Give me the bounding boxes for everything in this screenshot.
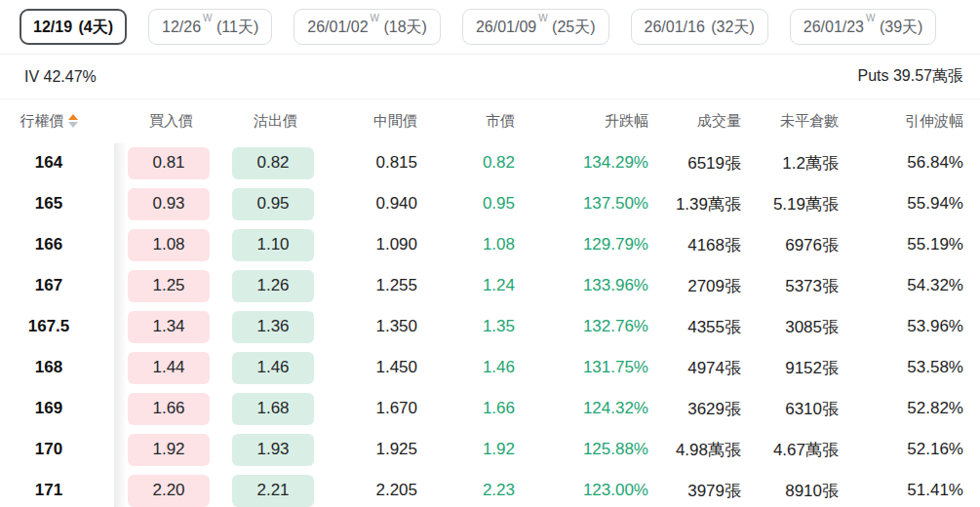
strike-value: 164 xyxy=(0,153,98,173)
volume-value: 1.39萬張 xyxy=(648,193,741,215)
strike-header[interactable]: 行權價 xyxy=(0,112,98,131)
iv-summary: IV 42.47% xyxy=(24,68,97,86)
volume-value: 4168張 xyxy=(648,234,741,256)
ask-price-button[interactable]: 0.82 xyxy=(232,147,314,179)
tab-date: 26/01/16 xyxy=(645,19,705,35)
implied-vol-value: 56.84% xyxy=(839,153,963,173)
last-price: 1.35 xyxy=(417,317,515,336)
last-price: 2.23 xyxy=(417,481,515,500)
last-price: 1.24 xyxy=(417,276,515,295)
ask-price-button[interactable]: 2.21 xyxy=(232,475,314,507)
ask-price-button[interactable]: 1.26 xyxy=(232,270,314,302)
volume-value: 6519張 xyxy=(648,152,741,175)
bid-price-button[interactable]: 1.08 xyxy=(128,229,210,261)
strike-value: 171 xyxy=(0,481,98,500)
open-interest-header: 未平倉數 xyxy=(741,112,839,131)
volume-value: 4974張 xyxy=(648,357,741,379)
sort-down-arrow-icon xyxy=(68,122,78,128)
last-price: 0.95 xyxy=(417,194,515,214)
tab-days: (32天) xyxy=(707,19,755,35)
expiry-tab-12-19[interactable]: 12/19 (4天) xyxy=(20,9,127,46)
volume-value: 4355張 xyxy=(648,316,741,338)
option-row-166[interactable]: 166 1.08 1.10 1.090 1.08 129.79% 4168張 6… xyxy=(0,224,980,265)
expiry-tab-26-01-16[interactable]: 26/01/16 (32天) xyxy=(631,9,768,46)
last-price: 1.08 xyxy=(417,235,515,254)
weekly-marker: W xyxy=(203,13,212,23)
weekly-marker: W xyxy=(866,13,875,23)
open-interest-value: 1.2萬張 xyxy=(741,152,839,175)
option-row-171[interactable]: 171 2.20 2.21 2.205 2.23 123.00% 3979張 8… xyxy=(0,470,980,507)
option-row-169[interactable]: 169 1.66 1.68 1.670 1.66 124.32% 3629張 6… xyxy=(0,388,980,429)
mid-price: 2.205 xyxy=(314,481,417,500)
open-interest-value: 3085張 xyxy=(741,316,839,338)
expiry-tab-26-01-23[interactable]: 26/01/23W (39天) xyxy=(790,9,937,46)
implied-vol-value: 53.58% xyxy=(839,358,963,377)
change-percent: 134.29% xyxy=(515,153,648,173)
bid-price-button[interactable]: 1.34 xyxy=(128,311,210,343)
bid-price-button[interactable]: 2.20 xyxy=(128,475,210,507)
option-row-167[interactable]: 167 1.25 1.26 1.255 1.24 133.96% 2709張 5… xyxy=(0,265,980,306)
last-price: 1.46 xyxy=(417,358,515,377)
open-interest-value: 6976張 xyxy=(741,234,839,256)
strike-header-label: 行權價 xyxy=(20,112,64,131)
mid-price: 1.255 xyxy=(314,276,417,295)
option-row-167-5[interactable]: 167.5 1.34 1.36 1.350 1.35 132.76% 4355張… xyxy=(0,306,980,347)
bid-price-button[interactable]: 1.44 xyxy=(128,352,210,384)
expiry-tab-bar: 12/19 (4天) 12/26W (11天) 26/01/02W (18天) … xyxy=(0,0,980,55)
strike-value: 167.5 xyxy=(0,317,98,336)
mid-price: 1.350 xyxy=(314,317,417,336)
open-interest-value: 8910張 xyxy=(741,480,839,502)
implied-vol-value: 52.82% xyxy=(839,399,963,418)
strike-value: 166 xyxy=(0,235,98,254)
expiry-tab-12-26[interactable]: 12/26W (11天) xyxy=(148,9,272,46)
strike-value: 168 xyxy=(0,358,98,377)
strike-value: 169 xyxy=(0,399,98,418)
option-row-165[interactable]: 165 0.93 0.95 0.940 0.95 137.50% 1.39萬張 … xyxy=(0,183,980,224)
implied-vol-value: 52.16% xyxy=(839,440,963,459)
change-percent: 125.88% xyxy=(515,440,648,459)
implied-vol-value: 53.96% xyxy=(839,317,963,336)
volume-header: 成交量 xyxy=(648,112,741,131)
option-row-164[interactable]: 164 0.81 0.82 0.815 0.82 134.29% 6519張 1… xyxy=(0,142,980,183)
strike-value: 165 xyxy=(0,194,98,214)
option-row-168[interactable]: 168 1.44 1.46 1.450 1.46 131.75% 4974張 9… xyxy=(0,347,980,388)
ask-price-button[interactable]: 1.46 xyxy=(232,352,314,384)
tab-days: (4天) xyxy=(74,19,113,35)
volume-value: 2709張 xyxy=(648,275,741,297)
volume-value: 3979張 xyxy=(648,480,741,502)
bid-price-button[interactable]: 1.25 xyxy=(128,270,210,302)
last-price: 0.82 xyxy=(417,153,515,173)
change-percent: 129.79% xyxy=(515,235,648,254)
tab-days: (25天) xyxy=(548,19,596,35)
mid-header: 中間價 xyxy=(314,112,417,131)
bid-price-button[interactable]: 0.81 xyxy=(128,147,210,179)
bid-price-button[interactable]: 1.66 xyxy=(128,393,210,425)
bid-price-button[interactable]: 0.93 xyxy=(128,188,210,220)
ask-price-button[interactable]: 1.36 xyxy=(232,311,314,343)
option-row-170[interactable]: 170 1.92 1.93 1.925 1.92 125.88% 4.98萬張 … xyxy=(0,429,980,470)
ask-price-button[interactable]: 1.93 xyxy=(232,434,314,466)
expiry-tab-26-01-02[interactable]: 26/01/02W (18天) xyxy=(294,9,441,46)
mid-price: 0.940 xyxy=(314,194,417,214)
bid-header: 買入價 xyxy=(98,112,210,131)
last-price: 1.92 xyxy=(417,440,515,459)
implied-vol-value: 51.41% xyxy=(839,481,963,500)
mid-price: 1.670 xyxy=(314,399,417,418)
implied-vol-header: 引伸波幅 xyxy=(839,112,963,131)
weekly-marker: W xyxy=(538,13,547,23)
ask-header: 沽出價 xyxy=(210,112,314,131)
ask-price-button[interactable]: 1.10 xyxy=(232,229,314,261)
open-interest-value: 6310張 xyxy=(741,398,839,420)
open-interest-value: 4.67萬張 xyxy=(741,439,839,461)
ask-price-button[interactable]: 1.68 xyxy=(232,393,314,425)
bid-price-button[interactable]: 1.92 xyxy=(128,434,210,466)
summary-bar: IV 42.47% Puts 39.57萬張 xyxy=(0,55,980,99)
mid-price: 1.925 xyxy=(314,440,417,459)
change-percent: 133.96% xyxy=(515,276,648,295)
ask-price-button[interactable]: 0.95 xyxy=(232,188,314,220)
mid-price: 1.450 xyxy=(314,358,417,377)
volume-value: 4.98萬張 xyxy=(648,439,741,461)
tab-days: (11天) xyxy=(213,19,259,35)
expiry-tab-26-01-09[interactable]: 26/01/09W (25天) xyxy=(462,9,609,46)
option-chain-table: 164 0.81 0.82 0.815 0.82 134.29% 6519張 1… xyxy=(0,142,980,507)
